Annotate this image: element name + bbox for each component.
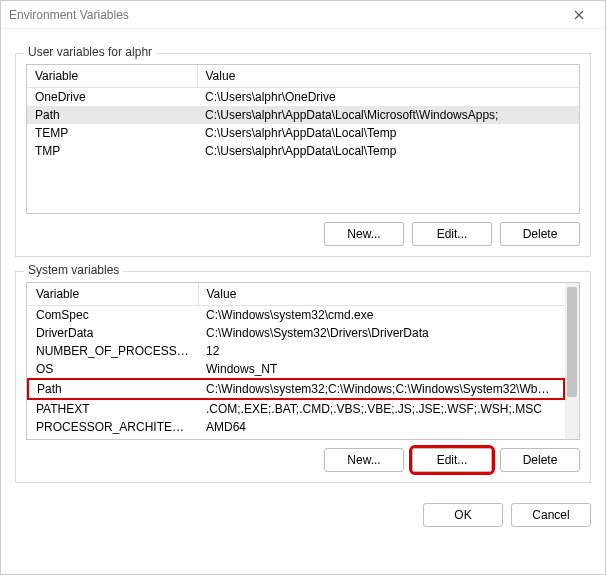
var-value: C:\Users\alphr\AppData\Local\Temp (197, 142, 579, 160)
col-value[interactable]: Value (197, 65, 579, 88)
table-row[interactable]: PATHEXT.COM;.EXE;.BAT;.CMD;.VBS;.VBE;.JS… (28, 399, 564, 418)
ok-button[interactable]: OK (423, 503, 503, 527)
var-value: Windows_NT (198, 360, 564, 379)
var-name: OS (28, 360, 198, 379)
system-vars-buttons: New... Edit... Delete (26, 448, 580, 472)
var-value: AMD64 (198, 418, 564, 436)
system-delete-button[interactable]: Delete (500, 448, 580, 472)
table-row[interactable]: TMPC:\Users\alphr\AppData\Local\Temp (27, 142, 579, 160)
env-vars-dialog: Environment Variables User variables for… (0, 0, 606, 575)
col-value[interactable]: Value (198, 283, 564, 306)
var-name: Path (27, 106, 197, 124)
table-row[interactable]: NUMBER_OF_PROCESSORS12 (28, 342, 564, 360)
var-value: C:\Users\alphr\AppData\Local\Temp (197, 124, 579, 142)
titlebar: Environment Variables (1, 1, 605, 29)
table-row[interactable]: OSWindows_NT (28, 360, 564, 379)
table-row[interactable]: ComSpecC:\Windows\system32\cmd.exe (28, 306, 564, 325)
user-edit-button[interactable]: Edit... (412, 222, 492, 246)
user-vars-group: User variables for alphr Variable Value … (15, 53, 591, 257)
window-title: Environment Variables (9, 8, 129, 22)
table-row[interactable]: PathC:\Windows\system32;C:\Windows;C:\Wi… (28, 379, 564, 399)
table-row[interactable]: OneDriveC:\Users\alphr\OneDrive (27, 88, 579, 107)
cancel-button[interactable]: Cancel (511, 503, 591, 527)
table-row[interactable]: PathC:\Users\alphr\AppData\Local\Microso… (27, 106, 579, 124)
var-name: Path (28, 379, 198, 399)
system-vars-list[interactable]: Variable Value ComSpecC:\Windows\system3… (26, 282, 580, 440)
system-new-button[interactable]: New... (324, 448, 404, 472)
close-button[interactable] (559, 3, 599, 27)
col-variable[interactable]: Variable (28, 283, 198, 306)
scrollbar[interactable] (565, 283, 579, 439)
table-row[interactable]: TEMPC:\Users\alphr\AppData\Local\Temp (27, 124, 579, 142)
var-name: PROCESSOR_ARCHITECTURE (28, 418, 198, 436)
system-edit-button[interactable]: Edit... (412, 448, 492, 472)
col-variable[interactable]: Variable (27, 65, 197, 88)
table-row[interactable]: PROCESSOR_ARCHITECTUREAMD64 (28, 418, 564, 436)
table-row[interactable]: DriverDataC:\Windows\System32\Drivers\Dr… (28, 324, 564, 342)
system-vars-group: System variables Variable Value ComSpecC… (15, 271, 591, 483)
user-vars-label: User variables for alphr (24, 45, 156, 59)
var-name: TEMP (27, 124, 197, 142)
system-vars-label: System variables (24, 263, 123, 277)
dialog-content: User variables for alphr Variable Value … (1, 29, 605, 489)
var-name: NUMBER_OF_PROCESSORS (28, 342, 198, 360)
var-name: PATHEXT (28, 399, 198, 418)
scrollbar-thumb[interactable] (567, 287, 577, 397)
user-vars-table: Variable Value OneDriveC:\Users\alphr\On… (27, 65, 579, 160)
user-vars-buttons: New... Edit... Delete (26, 222, 580, 246)
var-name: OneDrive (27, 88, 197, 107)
system-vars-table: Variable Value ComSpecC:\Windows\system3… (27, 283, 565, 436)
user-new-button[interactable]: New... (324, 222, 404, 246)
user-delete-button[interactable]: Delete (500, 222, 580, 246)
var-value: C:\Windows\system32\cmd.exe (198, 306, 564, 325)
var-value: .COM;.EXE;.BAT;.CMD;.VBS;.VBE;.JS;.JSE;.… (198, 399, 564, 418)
var-value: 12 (198, 342, 564, 360)
var-value: C:\Users\alphr\OneDrive (197, 88, 579, 107)
var-value: C:\Users\alphr\AppData\Local\Microsoft\W… (197, 106, 579, 124)
user-vars-list[interactable]: Variable Value OneDriveC:\Users\alphr\On… (26, 64, 580, 214)
var-name: TMP (27, 142, 197, 160)
var-value: C:\Windows\System32\Drivers\DriverData (198, 324, 564, 342)
var-name: ComSpec (28, 306, 198, 325)
close-icon (574, 10, 584, 20)
var-value: C:\Windows\system32;C:\Windows;C:\Window… (198, 379, 564, 399)
dialog-buttons: OK Cancel (1, 489, 605, 527)
var-name: DriverData (28, 324, 198, 342)
